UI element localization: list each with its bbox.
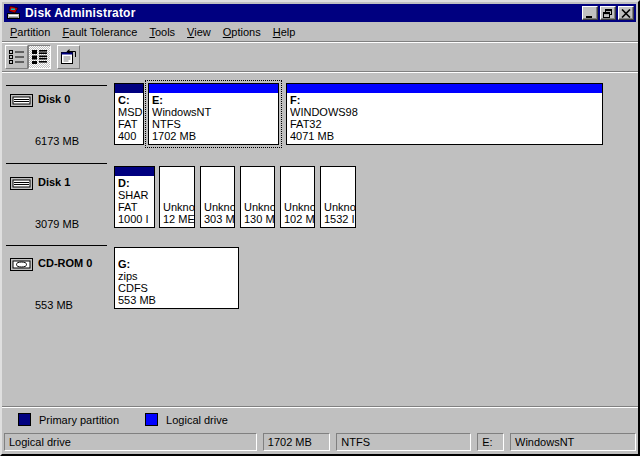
volume-label: MSD xyxy=(118,106,143,118)
partition-size: 4071 MB xyxy=(290,130,602,142)
logical-drive-bar xyxy=(287,84,602,93)
status-bar: Logical drive 1702 MB NTFS E: WindowsNT xyxy=(2,432,638,454)
cdrom-icon xyxy=(10,257,33,275)
partition-size: 400 xyxy=(118,130,143,142)
disk-separator-line xyxy=(6,163,107,164)
partition-size: 1702 MB xyxy=(152,130,278,142)
drive-letter: C: xyxy=(118,94,143,106)
menu-help[interactable]: Help xyxy=(267,24,302,40)
partition-unknown-5[interactable]: Unkno 1532 I xyxy=(320,166,356,228)
disk-canvas: Disk 0 6173 MB C: MSD FAT 400 E: xyxy=(2,72,638,406)
drive-letter xyxy=(284,177,314,189)
partition-size: 1532 I xyxy=(324,213,355,225)
file-system: FAT xyxy=(118,201,154,213)
status-drive-letter: E: xyxy=(477,433,504,451)
partition-info: Unkno 130 M xyxy=(241,176,274,225)
menu-bar: Partition Fault Tolerance Tools View Opt… xyxy=(4,23,636,41)
drive-letter xyxy=(163,177,194,189)
file-system: Unkno xyxy=(284,201,314,213)
disk-name: CD-ROM 0 xyxy=(38,257,92,269)
file-system: Unkno xyxy=(324,201,355,213)
window-controls xyxy=(582,6,634,20)
volume-label xyxy=(244,189,274,201)
partition-g[interactable]: G: zips CDFS 553 MB xyxy=(114,247,239,309)
partition-unknown-4[interactable]: Unkno 102 M xyxy=(280,166,315,228)
menu-view[interactable]: View xyxy=(181,24,217,40)
file-system: NTFS xyxy=(152,118,278,130)
disk-row-1: Disk 1 3079 MB D: SHAR FAT 1000 I xyxy=(2,166,638,230)
partition-c[interactable]: C: MSD FAT 400 xyxy=(114,83,144,145)
properties-button[interactable] xyxy=(57,45,80,69)
logical-drive-bar xyxy=(149,84,278,93)
partition-info: F: WINDOWS98 FAT32 4071 MB xyxy=(287,93,602,142)
primary-partition-bar xyxy=(115,167,154,176)
disk-0-label: Disk 0 6173 MB xyxy=(2,83,114,147)
disk-1-label: Disk 1 3079 MB xyxy=(2,166,114,230)
partition-info: C: MSD FAT 400 xyxy=(115,93,143,142)
disk-configuration-view-button[interactable] xyxy=(28,45,51,69)
restore-icon xyxy=(603,9,613,18)
file-system: FAT32 xyxy=(290,118,602,130)
menu-partition[interactable]: Partition xyxy=(4,24,56,40)
hard-disk-icon xyxy=(10,176,33,194)
legend-label: Logical drive xyxy=(166,414,228,426)
partition-d[interactable]: D: SHAR FAT 1000 I xyxy=(114,166,155,228)
partition-info: Unkno 303 M xyxy=(201,176,234,225)
partition-size: 130 M xyxy=(244,213,274,225)
partition-unknown-3[interactable]: Unkno 130 M xyxy=(240,166,275,228)
status-volume-label: WindowsNT xyxy=(510,433,636,451)
legend-primary-partition: Primary partition xyxy=(18,413,119,426)
no-type-bar xyxy=(201,167,234,176)
close-icon xyxy=(621,9,631,18)
file-system: Unkno xyxy=(244,201,274,213)
disk-configuration-icon xyxy=(31,49,48,64)
volumes-list-icon xyxy=(8,49,25,64)
partition-info: G: zips CDFS 553 MB xyxy=(115,257,238,306)
no-type-bar xyxy=(115,248,238,257)
no-type-bar xyxy=(241,167,274,176)
file-system: FAT xyxy=(118,118,143,130)
partition-size: 553 MB xyxy=(118,294,238,306)
file-system: Unkno xyxy=(163,201,194,213)
partition-unknown-1[interactable]: Unkno 12 ME xyxy=(159,166,195,228)
volumes-view-button[interactable] xyxy=(5,45,28,69)
menu-options[interactable]: Options xyxy=(217,24,267,40)
partition-size: 1000 I xyxy=(118,213,154,225)
no-type-bar xyxy=(160,167,194,176)
partition-info: Unkno 12 ME xyxy=(160,176,194,225)
partition-unknown-2[interactable]: Unkno 303 M xyxy=(200,166,235,228)
status-selection-type: Logical drive xyxy=(4,433,257,451)
volume-label xyxy=(163,189,194,201)
legend-bar: Primary partition Logical drive xyxy=(2,406,638,432)
primary-partition-bar xyxy=(115,84,143,93)
primary-partition-swatch xyxy=(18,413,31,426)
close-button[interactable] xyxy=(618,6,634,20)
cdrom-0-label: CD-ROM 0 553 MB xyxy=(2,247,114,311)
disk-administrator-window: Disk Administrator Part xyxy=(0,0,640,456)
disk-row-0: Disk 0 6173 MB C: MSD FAT 400 E: xyxy=(2,83,638,147)
partition-f[interactable]: F: WINDOWS98 FAT32 4071 MB xyxy=(286,83,603,145)
partition-info: D: SHAR FAT 1000 I xyxy=(115,176,154,225)
drive-letter: F: xyxy=(290,94,602,106)
disk-size: 6173 MB xyxy=(35,135,79,147)
drive-letter xyxy=(204,177,234,189)
menu-fault-tolerance[interactable]: Fault Tolerance xyxy=(56,24,143,40)
partition-info: Unkno 1532 I xyxy=(321,176,355,225)
volume-label xyxy=(204,189,234,201)
legend-logical-drive: Logical drive xyxy=(145,413,228,426)
disk-0-partitions: C: MSD FAT 400 E: WindowsNT NTFS 1702 MB xyxy=(114,83,603,145)
drive-letter: G: xyxy=(118,258,238,270)
status-filesystem: NTFS xyxy=(336,433,471,451)
volume-label: WINDOWS98 xyxy=(290,106,602,118)
volume-label xyxy=(324,189,355,201)
window-title: Disk Administrator xyxy=(25,6,582,20)
partition-e-selected[interactable]: E: WindowsNT NTFS 1702 MB xyxy=(148,83,279,145)
properties-icon xyxy=(60,49,77,65)
menu-tools[interactable]: Tools xyxy=(143,24,181,40)
legend-label: Primary partition xyxy=(39,414,119,426)
minimize-button[interactable] xyxy=(582,6,598,20)
disk-size: 3079 MB xyxy=(35,218,79,230)
title-bar[interactable]: Disk Administrator xyxy=(4,4,636,22)
restore-button[interactable] xyxy=(600,6,616,20)
partition-info: Unkno 102 M xyxy=(281,176,314,225)
